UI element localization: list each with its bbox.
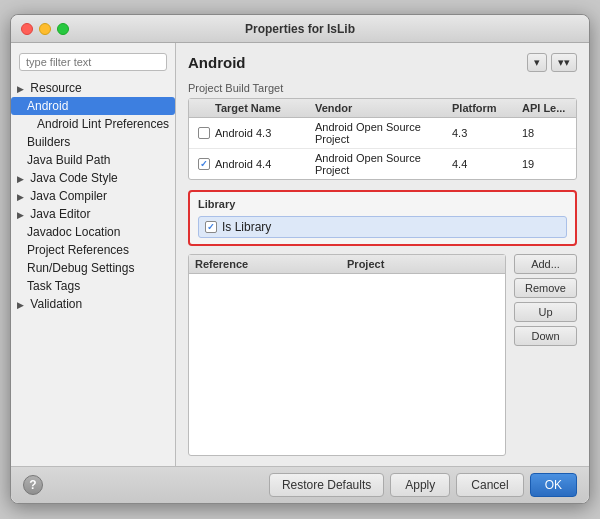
apply-button[interactable]: Apply (390, 473, 450, 497)
minimize-button[interactable] (39, 23, 51, 35)
properties-window: Properties for IsLib ▶ Resource Android … (10, 14, 590, 504)
up-button[interactable]: Up (514, 302, 577, 322)
platform-2: 4.4 (452, 158, 522, 170)
sidebar-item-android-lint[interactable]: Android Lint Preferences (11, 115, 175, 133)
col-project: Project (347, 258, 499, 270)
library-section-label: Library (198, 198, 567, 210)
header-dropdown-btn[interactable]: ▾ (527, 53, 547, 72)
build-target-table: Target Name Vendor Platform API Le... An… (188, 98, 577, 180)
api-1: 18 (522, 127, 572, 139)
col-target: Target Name (215, 102, 315, 114)
target-name-1: Android 4.3 (215, 127, 315, 139)
filter-container (19, 53, 167, 71)
build-target-label: Project Build Target (188, 82, 577, 94)
ref-table-header: Reference Project (189, 255, 505, 274)
checkbox-cell-2: ✓ (193, 158, 215, 170)
window-title: Properties for IsLib (245, 22, 355, 36)
platform-1: 4.3 (452, 127, 522, 139)
arrow-icon: ▶ (17, 192, 24, 202)
panel-title: Android (188, 54, 246, 71)
sidebar-item-java-compiler[interactable]: ▶ Java Compiler (11, 187, 175, 205)
sidebar-item-java-editor[interactable]: ▶ Java Editor (11, 205, 175, 223)
col-vendor: Vendor (315, 102, 452, 114)
table-row: ✓ Android 4.4 Android Open Source Projec… (189, 149, 576, 179)
reference-buttons: Add... Remove Up Down (514, 254, 577, 456)
down-button[interactable]: Down (514, 326, 577, 346)
right-panel: Android ▾ ▾▾ Project Build Target Target… (176, 43, 589, 466)
main-content: ▶ Resource Android Android Lint Preferen… (11, 43, 589, 466)
bottom-left: ? (23, 475, 43, 495)
ok-button[interactable]: OK (530, 473, 577, 497)
checkbox-android43[interactable] (198, 127, 210, 139)
reference-table: Reference Project (188, 254, 506, 456)
arrow-icon: ▶ (17, 210, 24, 220)
is-library-row: ✓ Is Library (198, 216, 567, 238)
library-section: Library ✓ Is Library (188, 190, 577, 246)
help-button[interactable]: ? (23, 475, 43, 495)
sidebar-item-android[interactable]: Android (11, 97, 175, 115)
reference-section: Reference Project Add... Remove Up Down (188, 254, 577, 456)
add-button[interactable]: Add... (514, 254, 577, 274)
table-header: Target Name Vendor Platform API Le... (189, 99, 576, 118)
target-name-2: Android 4.4 (215, 158, 315, 170)
maximize-button[interactable] (57, 23, 69, 35)
cancel-button[interactable]: Cancel (456, 473, 523, 497)
col-check (193, 102, 215, 114)
sidebar-item-resource[interactable]: ▶ Resource (11, 79, 175, 97)
sidebar-item-java-build-path[interactable]: Java Build Path (11, 151, 175, 169)
arrow-icon: ▶ (17, 174, 24, 184)
panel-header: Android ▾ ▾▾ (188, 53, 577, 72)
arrow-icon: ▶ (17, 84, 24, 94)
sidebar-item-java-code-style[interactable]: ▶ Java Code Style (11, 169, 175, 187)
sidebar-item-task-tags[interactable]: Task Tags (11, 277, 175, 295)
close-button[interactable] (21, 23, 33, 35)
panel-header-controls: ▾ ▾▾ (527, 53, 577, 72)
sidebar-item-project-references[interactable]: Project References (11, 241, 175, 259)
ref-table-body (189, 274, 505, 354)
col-reference: Reference (195, 258, 347, 270)
bottom-bar: ? Restore Defaults Apply Cancel OK (11, 466, 589, 503)
sidebar-item-javadoc-location[interactable]: Javadoc Location (11, 223, 175, 241)
col-platform: Platform (452, 102, 522, 114)
checkbox-android44[interactable]: ✓ (198, 158, 210, 170)
sidebar-item-validation[interactable]: ▶ Validation (11, 295, 175, 313)
sidebar: ▶ Resource Android Android Lint Preferen… (11, 43, 176, 466)
header-menu-btn[interactable]: ▾▾ (551, 53, 577, 72)
remove-button[interactable]: Remove (514, 278, 577, 298)
sidebar-item-run-debug[interactable]: Run/Debug Settings (11, 259, 175, 277)
api-2: 19 (522, 158, 572, 170)
bottom-right: Restore Defaults Apply Cancel OK (269, 473, 577, 497)
vendor-2: Android Open Source Project (315, 152, 452, 176)
restore-defaults-button[interactable]: Restore Defaults (269, 473, 384, 497)
col-api: API Le... (522, 102, 572, 114)
filter-input[interactable] (19, 53, 167, 71)
is-library-checkbox[interactable]: ✓ (205, 221, 217, 233)
vendor-1: Android Open Source Project (315, 121, 452, 145)
is-library-label: Is Library (222, 220, 271, 234)
checkbox-cell-1 (193, 127, 215, 139)
window-controls (21, 23, 69, 35)
table-row: Android 4.3 Android Open Source Project … (189, 118, 576, 149)
sidebar-item-builders[interactable]: Builders (11, 133, 175, 151)
titlebar: Properties for IsLib (11, 15, 589, 43)
arrow-icon: ▶ (17, 300, 24, 310)
